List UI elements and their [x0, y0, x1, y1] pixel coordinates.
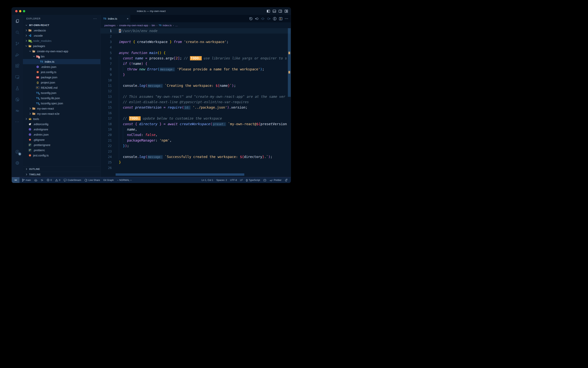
status-item-live-share[interactable]: Live Share — [84, 179, 100, 182]
tree-item-packages[interactable]: packages — [23, 43, 100, 49]
section-timeline[interactable]: TIMELINE — [23, 172, 100, 177]
code-line-24[interactable]: 24 console.log(message: `Successfully cr… — [101, 154, 291, 159]
split-editor-icon[interactable] — [279, 17, 283, 21]
code-line-11[interactable]: 11 console.log(message: `Creating the wo… — [101, 83, 291, 88]
tree-item-.prettierrc[interactable]: .prettierrc — [23, 147, 100, 153]
tree-item-create-my-own-react-app[interactable]: create-my-own-react-app — [23, 49, 100, 54]
status-item-cursor-position[interactable]: Ln 1, Col 1 — [202, 179, 213, 182]
breadcrumb-item-index.ts[interactable]: TSindex.ts — [159, 24, 172, 27]
tree-item-jest.config.ts[interactable]: jest.config.ts — [23, 153, 100, 158]
panel-left-icon[interactable] — [267, 9, 270, 13]
status-item-warnings[interactable]: 0 — [55, 179, 60, 182]
code-line-2[interactable]: 2 — [101, 34, 291, 39]
remote-indicator-button[interactable]: >< — [12, 177, 19, 183]
code-line-1[interactable]: 1#!/usr/bin/env node — [101, 28, 291, 34]
activity-item-run-debug[interactable] — [12, 49, 23, 60]
git-actions-icon[interactable] — [273, 17, 277, 21]
activity-item-explorer[interactable] — [12, 16, 23, 27]
code-line-3[interactable]: 3import { createWorkspace } from 'create… — [101, 39, 291, 45]
status-item-errors[interactable]: 0 — [47, 179, 52, 182]
activity-item-accounts[interactable]: 1 — [12, 146, 23, 157]
activity-item-nx-console[interactable]: N≥ — [12, 105, 23, 116]
tree-item-.editorconfig[interactable]: .editorconfig — [23, 121, 100, 127]
tree-item-tools[interactable]: tools — [23, 116, 100, 121]
code-line-10[interactable]: 10 — [101, 78, 291, 83]
code-line-21[interactable]: 21 packageManager: 'npm', — [101, 138, 291, 143]
status-item-notifications[interactable] — [285, 179, 288, 182]
activity-item-settings[interactable] — [12, 157, 23, 169]
status-item-formatter[interactable]: Prettier — [270, 179, 281, 182]
layout-icon[interactable] — [285, 9, 288, 13]
status-item-vim-mode[interactable]: -- NORMAL -- — [117, 179, 132, 182]
code-line-26[interactable]: 26 — [101, 165, 291, 171]
code-line-25[interactable]: 25} — [101, 159, 291, 165]
activity-item-search[interactable] — [12, 27, 23, 38]
activity-item-more-views[interactable]: ··· — [12, 116, 23, 128]
timeline-history-icon[interactable] — [249, 17, 253, 21]
activity-item-testing[interactable] — [12, 83, 23, 94]
code-line-20[interactable]: 20 nxCloud: false, — [101, 132, 291, 138]
code-line-12[interactable]: 12 — [101, 88, 291, 94]
activity-item-remote-explorer[interactable] — [12, 72, 23, 83]
activity-item-source-control[interactable] — [12, 38, 23, 49]
tree-item-tsconfig.lib.json[interactable]: TS⚙tsconfig.lib.json — [23, 95, 100, 101]
code-line-22[interactable]: 22 }); — [101, 143, 291, 148]
activity-item-gitlens[interactable] — [12, 94, 23, 105]
panel-bottom-icon[interactable] — [273, 9, 276, 13]
code-line-6[interactable]: 6 const name = process.argv[2]; // TODO:… — [101, 55, 291, 61]
status-item-compare[interactable] — [41, 179, 43, 182]
status-item-git-graph[interactable]: Git Graph — [103, 179, 114, 182]
code-line-17[interactable]: 17 // TODO: update below to customize th… — [101, 116, 291, 121]
code-line-18[interactable]: 18 const { directory } = await createWor… — [101, 121, 291, 127]
nav-stop-icon[interactable] — [261, 17, 265, 21]
code-line-13[interactable]: 13 // This assumes "my-own-react" and "c… — [101, 94, 291, 99]
status-item-eol[interactable]: LF — [240, 179, 243, 182]
tree-item-readme.md[interactable]: M↓README.md — [23, 85, 100, 90]
code-line-23[interactable]: 23 — [101, 149, 291, 154]
tree-item-project.json[interactable]: {}project.json — [23, 80, 100, 85]
breadcrumb-item-packages[interactable]: packages — [105, 24, 116, 27]
tree-item-index.ts[interactable]: TSindex.ts — [23, 59, 100, 64]
status-item-language-mode[interactable]: {}TypeScript — [246, 179, 260, 182]
tree-item-.eslintignore[interactable]: .eslintignore — [23, 127, 100, 132]
tree-item-my-own-react-e2e[interactable]: my-own-react-e2e — [23, 111, 100, 116]
code-line-14[interactable]: 14 // eslint-disable-next-line @typescri… — [101, 99, 291, 105]
tree-item-tsconfig.spec.json[interactable]: TS⚙tsconfig.spec.json — [23, 101, 100, 106]
tree-item-.prettierignore[interactable]: .prettierignore — [23, 142, 100, 147]
explorer-more-actions-button[interactable]: ··· — [93, 17, 97, 20]
tree-item-.eslintrc.json[interactable]: .eslintrc.json — [23, 132, 100, 137]
code-line-16[interactable]: 16 — [101, 110, 291, 116]
tree-item-jest.config.ts[interactable]: jest.config.ts — [23, 69, 100, 75]
code-line-15[interactable]: 15 const presetVersion = require(id: '..… — [101, 105, 291, 110]
more-actions-icon[interactable]: ··· — [285, 17, 289, 20]
tab-index-ts[interactable]: TS index.ts × — [101, 15, 131, 22]
horizontal-scrollbar[interactable] — [116, 173, 244, 176]
tree-item-package.json[interactable]: npmpackage.json — [23, 75, 100, 80]
nav-forward-icon[interactable] — [267, 17, 271, 21]
status-item-publish[interactable] — [34, 179, 37, 182]
project-root-row[interactable]: MY-OWN-REACT — [23, 23, 100, 28]
tree-item-tsconfig.json[interactable]: TS⚙tsconfig.json — [23, 90, 100, 95]
section-outline[interactable]: OUTLINE — [23, 166, 100, 172]
code-line-5[interactable]: 5async function main() { — [101, 50, 291, 55]
tree-item-.verdaccio[interactable]: .verdaccio — [23, 28, 100, 33]
close-tab-icon[interactable]: × — [127, 17, 129, 20]
tree-item-my-own-react[interactable]: my-own-react — [23, 106, 100, 111]
code-line-7[interactable]: 7 if (!name) { — [101, 61, 291, 66]
code-line-4[interactable]: 4 — [101, 45, 291, 50]
code-line-19[interactable]: 19 name, — [101, 127, 291, 132]
tree-item-.vscode[interactable]: .vscode — [23, 33, 100, 38]
breadcrumb-item-bin[interactable]: bin — [152, 24, 155, 27]
vertical-scrollbar[interactable] — [288, 28, 291, 97]
code-line-8[interactable]: 8 throw new Error(message: 'Please provi… — [101, 66, 291, 72]
tree-item-node-modules[interactable]: JSnode_modules — [23, 38, 100, 43]
tree-item-.gitignore[interactable]: .gitignore — [23, 137, 100, 142]
panel-right-icon[interactable] — [279, 9, 282, 13]
tree-item-bin[interactable]: 0110bin — [23, 54, 100, 59]
code-editor[interactable]: 1#!/usr/bin/env node23import { createWor… — [101, 28, 291, 177]
tree-item-.eslintrc.json[interactable]: .eslintrc.json — [23, 64, 100, 69]
code-line-9[interactable]: 9 } — [101, 72, 291, 77]
breadcrumb-item--[interactable]: … — [175, 24, 178, 27]
nav-back-icon[interactable] — [255, 17, 259, 21]
status-item-encoding[interactable]: UTF-8 — [230, 179, 237, 182]
